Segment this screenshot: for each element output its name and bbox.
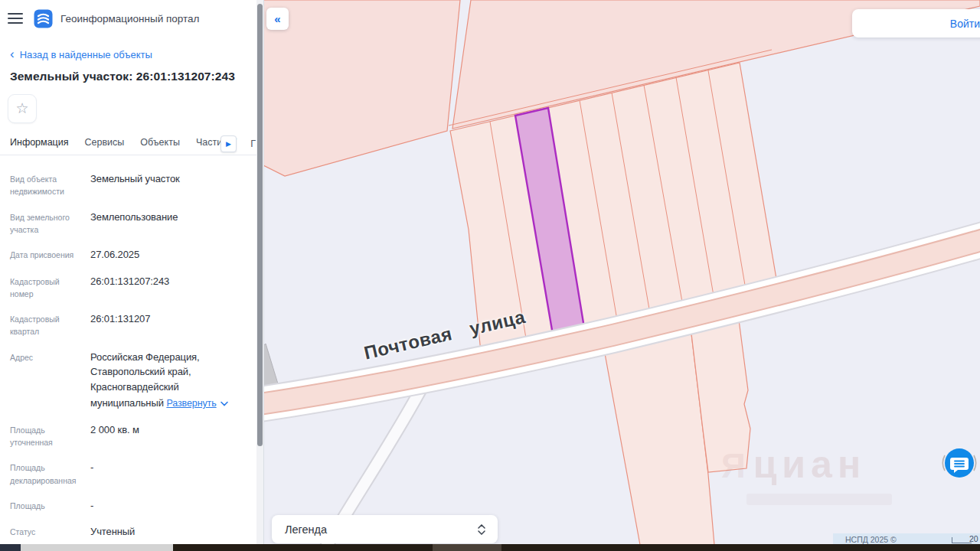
attribute-row: Кадастровый квартал 26:01:131207 [10, 311, 247, 338]
chevron-left-icon: ‹ [10, 51, 15, 58]
tab-overflow-fragment: Г [250, 139, 256, 149]
attribute-label: Дата присвоения [10, 247, 84, 262]
chat-bubble-icon [941, 445, 978, 481]
collapse-sidebar-button[interactable]: « [266, 8, 289, 30]
attribute-value: 26:01:131207 [90, 311, 247, 338]
expand-address-link[interactable]: Развернуть [166, 396, 227, 411]
login-button[interactable]: Войти [950, 18, 980, 30]
cian-logo-mark: Я [721, 447, 747, 484]
attribute-label: Площадь уточненная [10, 422, 84, 449]
os-bar-segment [433, 544, 501, 551]
favorite-star-button[interactable]: ☆ [8, 94, 37, 123]
page-title: Земельный участок: 26:01:131207:243 [10, 70, 247, 83]
menu-icon[interactable] [8, 13, 23, 24]
attribute-value: Учтенный [90, 524, 247, 540]
attribute-label: Статус [10, 524, 84, 540]
attribute-row: Площадь - [10, 498, 247, 514]
cian-watermark: Яциан [721, 442, 866, 487]
attribute-label: Адрес [10, 350, 84, 411]
cian-watermark-subline [746, 494, 892, 505]
attribute-row: Адрес Российская Федерация, Ставропольск… [10, 350, 247, 411]
geoportal-app: Почтовая улица Яциан Геоинформационный п… [0, 0, 980, 551]
attribute-row: Вид земельного участка Землепользование [10, 210, 247, 236]
app-title: Геоинформационный портал [60, 13, 199, 24]
attribute-row: Площадь декларированная - [10, 460, 247, 487]
attribute-value: - [90, 460, 247, 487]
legend-bar[interactable]: Легенда [272, 515, 498, 543]
sidebar-header: Геоинформационный портал [0, 0, 256, 37]
info-sidebar: Геоинформационный портал ‹ Назад в найде… [0, 0, 256, 545]
star-icon: ☆ [15, 100, 28, 116]
chevron-up-icon [478, 524, 485, 529]
attribute-label: Вид земельного участка [10, 210, 84, 236]
os-bar-scrollbar-thumb[interactable] [21, 544, 173, 551]
back-link[interactable]: ‹ Назад в найденные объекты [10, 49, 256, 60]
chevron-down-icon [478, 530, 485, 535]
attribute-value: 27.06.2025 [90, 247, 247, 262]
cadastral-map[interactable] [260, 0, 980, 551]
tabs-scroll-right-button[interactable]: ▶ [220, 135, 237, 152]
attribute-list: Вид объекта недвижимости Земельный участ… [0, 155, 256, 551]
attribute-value: 2 000 кв. м [90, 422, 247, 449]
attribute-label: Кадастровый квартал [10, 311, 84, 338]
chat-support-button[interactable] [941, 445, 978, 481]
attribute-row: Вид объекта недвижимости Земельный участ… [10, 171, 247, 198]
tab[interactable]: Объекты [140, 134, 180, 155]
tab[interactable]: Сервисы [85, 134, 125, 155]
attribute-label: Площадь [10, 498, 84, 514]
geoportal-logo-icon [34, 9, 53, 28]
legend-expand-toggle[interactable] [476, 523, 487, 536]
attribute-value: - [90, 498, 247, 514]
attribute-label: Вид объекта недвижимости [10, 171, 84, 198]
map-scale-label: 20 [969, 534, 978, 543]
attribute-label: Кадастровый номер [10, 274, 84, 301]
sidebar-scrollbar[interactable] [256, 0, 264, 545]
attribute-value: Землепользование [90, 210, 247, 236]
legend-label: Легенда [285, 523, 327, 536]
attribute-row: Дата присвоения 27.06.2025 [10, 247, 247, 262]
attribute-row: Статус Учтенный [10, 524, 247, 540]
attribute-value: 26:01:131207:243 [90, 274, 247, 301]
attribute-label: Площадь декларированная [10, 460, 84, 487]
attribute-value: Российская Федерация, Ставропольский кра… [90, 350, 247, 411]
tab[interactable]: Информация [10, 134, 69, 155]
attribute-row: Площадь уточненная 2 000 кв. м [10, 422, 247, 449]
login-panel: Войти [852, 9, 980, 37]
chevron-down-icon [220, 401, 228, 406]
os-bar-segment [0, 544, 21, 551]
attribute-row: Кадастровый номер 26:01:131207:243 [10, 274, 247, 301]
bottom-os-bar [0, 544, 980, 551]
attribute-value: Земельный участок [90, 171, 247, 198]
tabs-bar: Информация Сервисы Объекты Части ЗУ Сост… [0, 134, 256, 155]
scrollbar-thumb[interactable] [257, 4, 263, 446]
